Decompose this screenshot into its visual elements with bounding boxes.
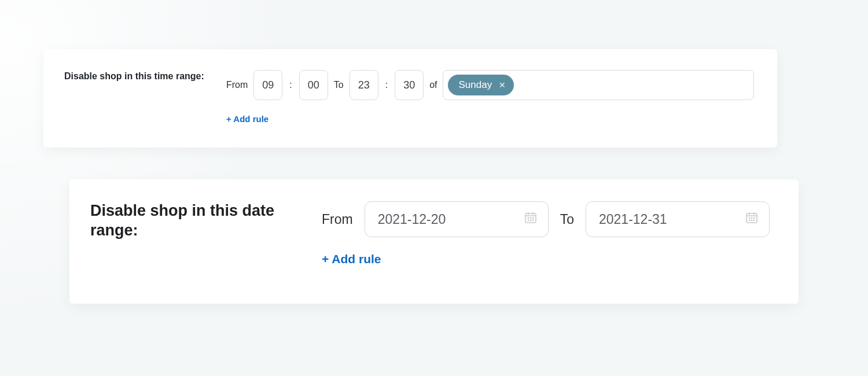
to-label: To (334, 80, 344, 90)
time-range-card: Disable shop in this time range: From 09… (43, 49, 777, 148)
time-range-label: Disable shop in this time range: (64, 70, 226, 83)
to-hour-input[interactable]: 23 (350, 70, 378, 100)
from-date-input[interactable]: 2021-12-20 (365, 201, 549, 237)
date-range-controls: From 2021-12-20 (322, 201, 770, 266)
time-range-controls: From 09 : 00 To 23 : 30 of Sunday ✕ + Ad… (226, 70, 754, 124)
day-tag-label: Sunday (458, 79, 492, 91)
svg-point-9 (751, 218, 752, 218)
svg-point-3 (532, 218, 533, 218)
to-date-input[interactable]: 2021-12-31 (586, 201, 770, 237)
svg-point-13 (753, 220, 754, 220)
to-date-label: To (560, 212, 574, 227)
time-colon: : (384, 80, 389, 90)
close-icon[interactable]: ✕ (499, 81, 506, 89)
calendar-icon[interactable] (745, 211, 759, 228)
date-range-line: From 2021-12-20 (322, 201, 770, 237)
time-range-row: Disable shop in this time range: From 09… (64, 70, 754, 124)
time-colon: : (288, 80, 293, 90)
date-range-row: Disable shop in this date range: From 20… (90, 201, 770, 266)
from-date-value: 2021-12-20 (378, 212, 446, 227)
day-tag[interactable]: Sunday ✕ (448, 75, 514, 95)
from-minute-input[interactable]: 00 (299, 70, 328, 100)
svg-point-12 (751, 220, 752, 220)
days-select[interactable]: Sunday ✕ (443, 70, 754, 100)
from-hour-input[interactable]: 09 (253, 70, 282, 100)
svg-point-4 (528, 220, 528, 220)
to-minute-input[interactable]: 30 (395, 70, 424, 100)
date-range-label: Disable shop in this date range: (90, 201, 322, 241)
svg-point-5 (530, 220, 531, 220)
svg-point-2 (530, 218, 531, 218)
time-range-line: From 09 : 00 To 23 : 30 of Sunday ✕ (226, 70, 754, 100)
date-range-card: Disable shop in this date range: From 20… (69, 179, 799, 304)
from-date-label: From (322, 212, 353, 227)
from-label: From (226, 80, 248, 90)
add-rule-button[interactable]: + Add rule (226, 114, 754, 124)
svg-point-6 (532, 220, 533, 220)
calendar-icon[interactable] (524, 211, 538, 228)
to-date-value: 2021-12-31 (599, 212, 667, 227)
svg-point-1 (528, 218, 528, 218)
add-rule-button[interactable]: + Add rule (322, 252, 770, 266)
svg-point-8 (749, 218, 749, 218)
of-label: of (429, 80, 437, 90)
svg-point-10 (753, 218, 754, 218)
svg-point-11 (749, 220, 749, 220)
